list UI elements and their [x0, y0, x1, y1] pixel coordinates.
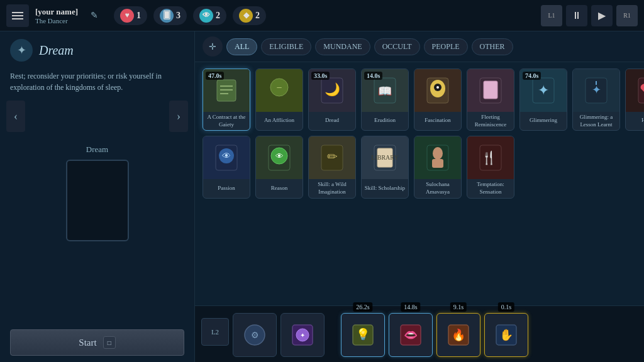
card-fleeting-label: Fleeting Reminiscence [467, 112, 514, 130]
filter-other[interactable]: OTHER [472, 38, 513, 55]
tray-slot-1[interactable]: ⚙ [233, 313, 277, 357]
tray-slot-6[interactable]: 0.1s ✋ [484, 313, 528, 357]
card-dread[interactable]: 33.0s 🌙 Dread [308, 69, 356, 131]
filter-bar: ✛ ALL ELIGIBLE MUNDANE OCCULT PEOPLE OTH… [195, 31, 644, 62]
menu-button[interactable] [6, 4, 29, 27]
card-health[interactable]: Health [625, 69, 644, 131]
heart-icon: ♥ [120, 9, 134, 23]
card-erudition-image: 14.0s 📖 [362, 69, 408, 112]
tray-slot-2[interactable]: ✦ [280, 313, 325, 357]
card-reason-label: Reason [256, 179, 303, 197]
card-health-image [626, 69, 644, 112]
bottom-tray: L2 ⚙ ✦ 26.2s 💡 14.8s 👄 9.1s 🔥 0.1s [195, 305, 644, 362]
dream-title: Dream [39, 43, 74, 58]
svg-text:💡: 💡 [356, 327, 370, 341]
top-right-buttons: L1 ⏸ ▶ R1 [541, 5, 638, 26]
eye-icon: 👁 [199, 9, 213, 23]
card-glimmering-lesson-image: ✦ [573, 69, 619, 112]
left-arrow[interactable]: ‹ [6, 101, 25, 132]
gold-stat: ◆ 2 [233, 6, 266, 25]
tray-slot-5[interactable]: 9.1s 🔥 [436, 313, 480, 357]
card-fleeting[interactable]: Fleeting Reminiscence [467, 69, 514, 131]
card-reason[interactable]: 👁 Reason [255, 136, 303, 198]
card-glimmering-lesson-label: Glimmering: a Lesson Learnt [573, 112, 619, 130]
card-contract[interactable]: 47.0s A Contract at the Gaiety [203, 69, 250, 131]
dream-card-label: Dream [86, 145, 108, 155]
filter-mundane[interactable]: MUNDANE [315, 38, 370, 55]
tray-slot-3[interactable]: 26.2s 💡 [341, 313, 385, 357]
dream-card-slot[interactable] [66, 160, 129, 241]
edit-icon[interactable]: ✎ [91, 10, 98, 21]
card-sulochana-label: Sulochana Amavasya [414, 179, 461, 197]
start-button[interactable]: Start □ [10, 329, 184, 356]
l1-button[interactable]: L1 [541, 5, 562, 26]
r1-button[interactable]: R1 [616, 5, 638, 26]
card-sulochana[interactable]: Sulochana Amavasya [414, 136, 462, 198]
svg-text:−: − [276, 82, 282, 93]
card-skill-scholar[interactable]: LIBRARY Skill: Scholarship [361, 136, 409, 198]
svg-text:👄: 👄 [404, 328, 418, 342]
top-bar: [your name] The Dancer ✎ ♥ 1 🂠 3 👁 2 ◆ 2… [0, 0, 644, 31]
gold-value: 2 [255, 11, 260, 21]
filter-people[interactable]: PEOPLE [424, 38, 468, 55]
card-fascination[interactable]: Fascination [414, 69, 462, 131]
svg-text:LIBRARY: LIBRARY [371, 154, 398, 161]
svg-text:✦: ✦ [538, 82, 549, 98]
player-info: [your name] The Dancer [35, 7, 78, 25]
card-affliction[interactable]: − An Affliction [255, 69, 303, 131]
card-dread-image: 33.0s 🌙 [309, 69, 355, 112]
card-glimmering[interactable]: 74.0s ✦ Glimmering [519, 69, 567, 131]
filter-all[interactable]: ALL [226, 38, 257, 55]
dream-icon: ✦ [10, 39, 33, 62]
svg-text:✦: ✦ [300, 332, 305, 339]
dream-header: ✦ Dream [0, 31, 194, 67]
tray-slot-4-timer: 14.8s [401, 302, 420, 312]
cards-value: 3 [176, 11, 180, 21]
card-skill-wild[interactable]: ✏ Skill: a Wild Imagination [308, 136, 356, 198]
right-area: ✛ ALL ELIGIBLE MUNDANE OCCULT PEOPLE OTH… [195, 31, 644, 362]
eye-stat: 👁 2 [193, 6, 226, 25]
dream-card-area: Dream [0, 138, 194, 323]
cards-area: 47.0s A Contract at the Gaiety − An Affl… [195, 62, 644, 305]
card-passion-blue-image: 👁 [203, 136, 250, 179]
eye-value: 2 [216, 11, 220, 21]
health-value: 1 [136, 11, 141, 21]
card-erudition[interactable]: 14.0s 📖 Erudition [361, 69, 409, 131]
cards-row-1: 47.0s A Contract at the Gaiety − An Affl… [203, 69, 644, 131]
right-arrow[interactable]: › [169, 101, 188, 132]
card-passion-blue[interactable]: 👁 Passion [203, 136, 250, 198]
player-class: The Dancer [35, 17, 78, 25]
dpad-icon[interactable]: ✛ [203, 36, 223, 57]
svg-rect-0 [217, 80, 236, 101]
hamburger-icon [12, 10, 23, 21]
svg-text:✦: ✦ [592, 84, 601, 96]
card-erudition-label: Erudition [362, 112, 408, 129]
play-button[interactable]: ▶ [591, 5, 613, 26]
pause-button[interactable]: ⏸ [566, 5, 587, 26]
tray-slot-4[interactable]: 14.8s 👄 [389, 313, 433, 357]
svg-text:✋: ✋ [499, 328, 514, 342]
card-health-label: Health [626, 112, 644, 129]
dream-description: Rest; reconsider your priorities; or ris… [0, 67, 194, 101]
card-temptation-label: Temptation: Sensation [467, 179, 514, 197]
svg-text:👁: 👁 [222, 151, 231, 161]
card-temptation[interactable]: 🍴 Temptation: Sensation [467, 136, 514, 198]
svg-text:📖: 📖 [378, 84, 392, 98]
main-layout: ✦ Dream Rest; reconsider your priorities… [0, 31, 644, 362]
cards-row-2: 👁 Passion 👁 Reason ✏ Skill: a Wild Imagi… [203, 136, 644, 198]
left-nav: ‹ › [0, 101, 194, 132]
card-reason-image: 👁 [256, 136, 303, 179]
svg-text:🌙: 🌙 [325, 82, 340, 97]
tray-slot-5-timer: 9.1s [450, 302, 467, 312]
card-passion-blue-label: Passion [203, 179, 250, 197]
svg-text:👁: 👁 [275, 151, 284, 161]
filter-eligible[interactable]: ELIGIBLE [261, 38, 311, 55]
player-name: [your name] [35, 7, 78, 17]
card-glimmering-label: Glimmering [520, 112, 567, 129]
svg-text:⚙: ⚙ [251, 331, 259, 340]
card-sulochana-image [414, 136, 461, 179]
filter-occult[interactable]: OCCULT [374, 38, 420, 55]
tray-slot-3-timer: 26.2s [353, 302, 372, 312]
card-glimmering-lesson[interactable]: ✦ Glimmering: a Lesson Learnt [572, 69, 620, 131]
l2-button[interactable]: L2 [201, 318, 229, 346]
